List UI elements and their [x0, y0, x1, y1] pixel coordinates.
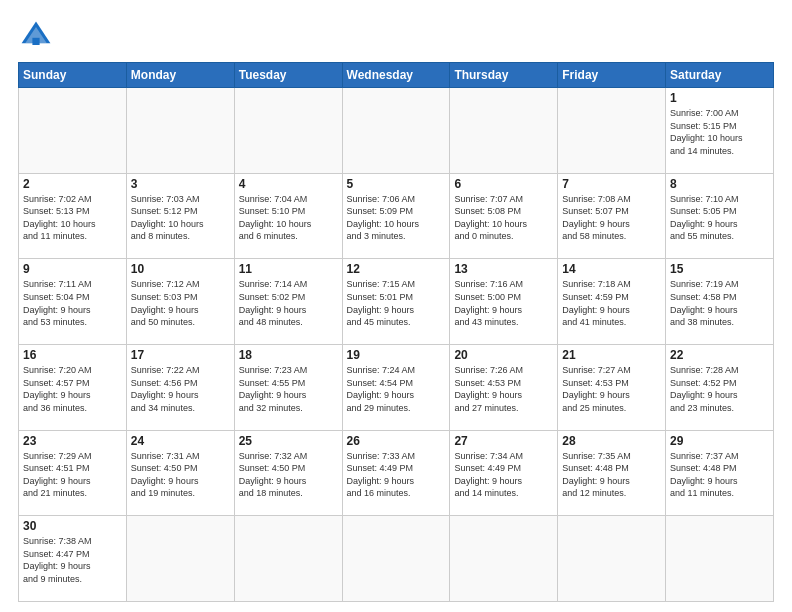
day-number: 26 [347, 434, 446, 448]
day-info: Sunrise: 7:18 AM Sunset: 4:59 PM Dayligh… [562, 278, 661, 328]
day-info: Sunrise: 7:26 AM Sunset: 4:53 PM Dayligh… [454, 364, 553, 414]
calendar-cell [234, 88, 342, 174]
day-number: 12 [347, 262, 446, 276]
weekday-header-tuesday: Tuesday [234, 63, 342, 88]
calendar-week-row: 1Sunrise: 7:00 AM Sunset: 5:15 PM Daylig… [19, 88, 774, 174]
calendar-week-row: 30Sunrise: 7:38 AM Sunset: 4:47 PM Dayli… [19, 516, 774, 602]
calendar-cell: 26Sunrise: 7:33 AM Sunset: 4:49 PM Dayli… [342, 430, 450, 516]
day-info: Sunrise: 7:19 AM Sunset: 4:58 PM Dayligh… [670, 278, 769, 328]
weekday-header-thursday: Thursday [450, 63, 558, 88]
day-info: Sunrise: 7:28 AM Sunset: 4:52 PM Dayligh… [670, 364, 769, 414]
calendar-cell [126, 516, 234, 602]
day-number: 27 [454, 434, 553, 448]
day-info: Sunrise: 7:14 AM Sunset: 5:02 PM Dayligh… [239, 278, 338, 328]
day-info: Sunrise: 7:03 AM Sunset: 5:12 PM Dayligh… [131, 193, 230, 243]
svg-rect-2 [32, 38, 39, 45]
day-info: Sunrise: 7:29 AM Sunset: 4:51 PM Dayligh… [23, 450, 122, 500]
day-number: 6 [454, 177, 553, 191]
weekday-header-monday: Monday [126, 63, 234, 88]
calendar-cell [342, 88, 450, 174]
calendar-cell: 6Sunrise: 7:07 AM Sunset: 5:08 PM Daylig… [450, 173, 558, 259]
calendar-cell: 27Sunrise: 7:34 AM Sunset: 4:49 PM Dayli… [450, 430, 558, 516]
calendar-cell: 21Sunrise: 7:27 AM Sunset: 4:53 PM Dayli… [558, 344, 666, 430]
calendar-cell: 10Sunrise: 7:12 AM Sunset: 5:03 PM Dayli… [126, 259, 234, 345]
calendar-cell: 12Sunrise: 7:15 AM Sunset: 5:01 PM Dayli… [342, 259, 450, 345]
calendar-cell [558, 516, 666, 602]
calendar-cell: 19Sunrise: 7:24 AM Sunset: 4:54 PM Dayli… [342, 344, 450, 430]
calendar-cell: 22Sunrise: 7:28 AM Sunset: 4:52 PM Dayli… [666, 344, 774, 430]
day-info: Sunrise: 7:22 AM Sunset: 4:56 PM Dayligh… [131, 364, 230, 414]
calendar-cell: 3Sunrise: 7:03 AM Sunset: 5:12 PM Daylig… [126, 173, 234, 259]
day-info: Sunrise: 7:11 AM Sunset: 5:04 PM Dayligh… [23, 278, 122, 328]
day-number: 16 [23, 348, 122, 362]
day-number: 20 [454, 348, 553, 362]
calendar-cell [19, 88, 127, 174]
calendar-cell: 7Sunrise: 7:08 AM Sunset: 5:07 PM Daylig… [558, 173, 666, 259]
calendar-week-row: 16Sunrise: 7:20 AM Sunset: 4:57 PM Dayli… [19, 344, 774, 430]
calendar-cell [342, 516, 450, 602]
calendar-cell: 18Sunrise: 7:23 AM Sunset: 4:55 PM Dayli… [234, 344, 342, 430]
day-info: Sunrise: 7:33 AM Sunset: 4:49 PM Dayligh… [347, 450, 446, 500]
calendar-cell: 25Sunrise: 7:32 AM Sunset: 4:50 PM Dayli… [234, 430, 342, 516]
calendar-cell [558, 88, 666, 174]
day-number: 23 [23, 434, 122, 448]
day-number: 1 [670, 91, 769, 105]
day-number: 9 [23, 262, 122, 276]
day-number: 24 [131, 434, 230, 448]
day-info: Sunrise: 7:27 AM Sunset: 4:53 PM Dayligh… [562, 364, 661, 414]
day-number: 14 [562, 262, 661, 276]
calendar-cell: 30Sunrise: 7:38 AM Sunset: 4:47 PM Dayli… [19, 516, 127, 602]
day-info: Sunrise: 7:16 AM Sunset: 5:00 PM Dayligh… [454, 278, 553, 328]
day-info: Sunrise: 7:23 AM Sunset: 4:55 PM Dayligh… [239, 364, 338, 414]
calendar-cell: 1Sunrise: 7:00 AM Sunset: 5:15 PM Daylig… [666, 88, 774, 174]
day-info: Sunrise: 7:10 AM Sunset: 5:05 PM Dayligh… [670, 193, 769, 243]
day-info: Sunrise: 7:38 AM Sunset: 4:47 PM Dayligh… [23, 535, 122, 585]
day-info: Sunrise: 7:12 AM Sunset: 5:03 PM Dayligh… [131, 278, 230, 328]
day-number: 4 [239, 177, 338, 191]
calendar-cell: 23Sunrise: 7:29 AM Sunset: 4:51 PM Dayli… [19, 430, 127, 516]
day-number: 7 [562, 177, 661, 191]
calendar-cell [666, 516, 774, 602]
day-number: 8 [670, 177, 769, 191]
weekday-header-wednesday: Wednesday [342, 63, 450, 88]
day-number: 10 [131, 262, 230, 276]
day-number: 21 [562, 348, 661, 362]
calendar-cell: 17Sunrise: 7:22 AM Sunset: 4:56 PM Dayli… [126, 344, 234, 430]
day-number: 29 [670, 434, 769, 448]
day-info: Sunrise: 7:02 AM Sunset: 5:13 PM Dayligh… [23, 193, 122, 243]
calendar-cell: 8Sunrise: 7:10 AM Sunset: 5:05 PM Daylig… [666, 173, 774, 259]
day-number: 3 [131, 177, 230, 191]
day-info: Sunrise: 7:20 AM Sunset: 4:57 PM Dayligh… [23, 364, 122, 414]
day-info: Sunrise: 7:15 AM Sunset: 5:01 PM Dayligh… [347, 278, 446, 328]
day-number: 17 [131, 348, 230, 362]
calendar-week-row: 9Sunrise: 7:11 AM Sunset: 5:04 PM Daylig… [19, 259, 774, 345]
day-number: 28 [562, 434, 661, 448]
day-info: Sunrise: 7:06 AM Sunset: 5:09 PM Dayligh… [347, 193, 446, 243]
calendar-cell [234, 516, 342, 602]
weekday-header-saturday: Saturday [666, 63, 774, 88]
weekday-header-row: SundayMondayTuesdayWednesdayThursdayFrid… [19, 63, 774, 88]
calendar-cell: 14Sunrise: 7:18 AM Sunset: 4:59 PM Dayli… [558, 259, 666, 345]
day-info: Sunrise: 7:00 AM Sunset: 5:15 PM Dayligh… [670, 107, 769, 157]
day-info: Sunrise: 7:24 AM Sunset: 4:54 PM Dayligh… [347, 364, 446, 414]
day-number: 22 [670, 348, 769, 362]
day-number: 19 [347, 348, 446, 362]
logo-icon [18, 18, 54, 54]
day-info: Sunrise: 7:37 AM Sunset: 4:48 PM Dayligh… [670, 450, 769, 500]
calendar-cell: 4Sunrise: 7:04 AM Sunset: 5:10 PM Daylig… [234, 173, 342, 259]
weekday-header-sunday: Sunday [19, 63, 127, 88]
day-number: 30 [23, 519, 122, 533]
calendar-week-row: 2Sunrise: 7:02 AM Sunset: 5:13 PM Daylig… [19, 173, 774, 259]
calendar-cell: 9Sunrise: 7:11 AM Sunset: 5:04 PM Daylig… [19, 259, 127, 345]
calendar-week-row: 23Sunrise: 7:29 AM Sunset: 4:51 PM Dayli… [19, 430, 774, 516]
calendar-cell: 24Sunrise: 7:31 AM Sunset: 4:50 PM Dayli… [126, 430, 234, 516]
calendar-cell [450, 516, 558, 602]
calendar-cell: 5Sunrise: 7:06 AM Sunset: 5:09 PM Daylig… [342, 173, 450, 259]
header [18, 18, 774, 54]
day-info: Sunrise: 7:35 AM Sunset: 4:48 PM Dayligh… [562, 450, 661, 500]
day-number: 2 [23, 177, 122, 191]
page: SundayMondayTuesdayWednesdayThursdayFrid… [0, 0, 792, 612]
calendar-cell: 13Sunrise: 7:16 AM Sunset: 5:00 PM Dayli… [450, 259, 558, 345]
day-number: 5 [347, 177, 446, 191]
calendar-cell: 2Sunrise: 7:02 AM Sunset: 5:13 PM Daylig… [19, 173, 127, 259]
